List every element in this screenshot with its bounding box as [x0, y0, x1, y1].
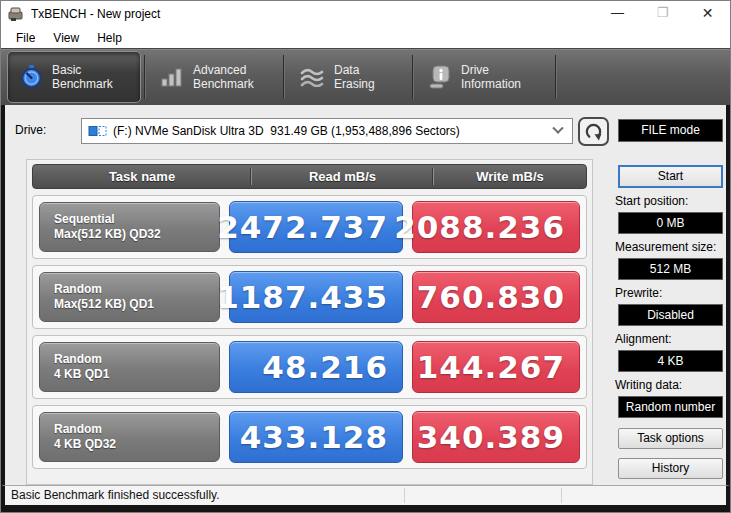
read-value: 48.216 — [229, 341, 403, 393]
drive-select[interactable]: (F:) NVMe SanDisk Ultra 3D 931.49 GB (1,… — [81, 118, 573, 144]
header-write: Write mB/s — [434, 169, 586, 184]
erase-squiggle-icon — [299, 67, 325, 87]
tab-label: Advanced Benchmark — [193, 63, 254, 91]
drive-partition-icon — [88, 125, 107, 138]
task-button[interactable]: Random 4 KB QD1 — [39, 342, 220, 392]
toolbar: Basic Benchmark Advanced Benchmark — [1, 48, 730, 105]
drive-label: Drive: — [15, 123, 46, 137]
prewrite-label: Prewrite: — [615, 286, 662, 300]
task-name-line1: Random — [54, 352, 219, 367]
menu-bar: File View Help — [1, 27, 730, 48]
table-header: Task name Read mB/s Write mB/s — [32, 164, 587, 189]
task-name-line1: Sequential — [54, 212, 219, 227]
prewrite-value[interactable]: Disabled — [618, 304, 723, 326]
task-name-line2: Max(512 KB) QD1 — [54, 297, 219, 312]
menu-file[interactable]: File — [7, 29, 44, 47]
close-button[interactable]: ✕ — [685, 1, 730, 27]
tab-advanced-benchmark[interactable]: Advanced Benchmark — [148, 51, 280, 103]
refresh-icon — [584, 122, 603, 141]
tab-label: Drive Information — [461, 63, 521, 91]
window-title: TxBENCH - New project — [31, 7, 595, 21]
task-button[interactable]: Sequential Max(512 KB) QD32 — [39, 202, 220, 252]
table-row: Sequential Max(512 KB) QD32 2472.737 208… — [32, 195, 587, 259]
read-value: 2472.737 — [229, 201, 403, 253]
write-value: 340.389 — [412, 411, 580, 463]
title-bar: TxBENCH - New project — ❐ ✕ — [1, 1, 730, 27]
start-button[interactable]: Start — [618, 165, 723, 188]
table-row: Random 4 KB QD1 48.216 144.267 — [32, 335, 587, 399]
file-mode-toggle[interactable]: FILE mode — [618, 119, 723, 142]
status-bar: Basic Benchmark finished successfully. — [1, 485, 730, 505]
chevron-down-icon — [552, 123, 563, 134]
alignment-label: Alignment: — [615, 332, 672, 346]
tab-data-erasing[interactable]: Data Erasing — [287, 51, 409, 103]
stopwatch-icon — [20, 65, 43, 89]
read-value: 1187.435 — [229, 271, 403, 323]
writing-data-label: Writing data: — [615, 378, 682, 392]
task-name-line2: Max(512 KB) QD32 — [54, 227, 219, 242]
task-options-button[interactable]: Task options — [618, 428, 723, 449]
app-window: TxBENCH - New project — ❐ ✕ File View He… — [0, 0, 731, 513]
app-icon — [8, 7, 25, 22]
task-name-line2: 4 KB QD32 — [54, 437, 219, 452]
alignment-value[interactable]: 4 KB — [618, 350, 723, 372]
drive-info-icon — [428, 65, 452, 89]
write-value: 760.830 — [412, 271, 580, 323]
tab-label: Basic Benchmark — [52, 63, 113, 91]
statusbar-separator — [561, 488, 562, 503]
tab-basic-benchmark[interactable]: Basic Benchmark — [7, 51, 141, 103]
menu-help[interactable]: Help — [88, 29, 131, 47]
statusbar-separator — [404, 488, 405, 503]
history-button[interactable]: History — [618, 458, 723, 479]
main-content: Drive: (F:) NVMe SanDisk Ultra 3D 931.49… — [1, 105, 730, 485]
task-name-line1: Random — [54, 422, 219, 437]
results-table: Task name Read mB/s Write mB/s Sequentia… — [26, 159, 593, 485]
menu-view[interactable]: View — [44, 29, 88, 47]
read-value: 433.128 — [229, 411, 403, 463]
table-row: Random 4 KB QD32 433.128 340.389 — [32, 405, 587, 469]
header-task-name: Task name — [33, 169, 251, 184]
task-name-line1: Random — [54, 282, 219, 297]
start-position-value[interactable]: 0 MB — [618, 212, 723, 234]
toolbar-separator — [283, 55, 284, 99]
task-name-line2: 4 KB QD1 — [54, 367, 219, 382]
start-position-label: Start position: — [615, 194, 688, 208]
bar-chart-icon — [160, 67, 184, 87]
write-value: 144.267 — [412, 341, 580, 393]
status-message: Basic Benchmark finished successfully. — [11, 488, 220, 502]
writing-data-value[interactable]: Random number — [618, 396, 723, 418]
write-value: 2088.236 — [412, 201, 580, 253]
toolbar-separator — [144, 55, 145, 99]
task-button[interactable]: Random Max(512 KB) QD1 — [39, 272, 220, 322]
refresh-drives-button[interactable] — [578, 117, 609, 146]
measurement-size-value[interactable]: 512 MB — [618, 258, 723, 280]
settings-sidebar: FILE mode Start Start position: 0 MB Mea… — [610, 105, 725, 485]
task-button[interactable]: Random 4 KB QD32 — [39, 412, 220, 462]
drive-selected-value: (F:) NVMe SanDisk Ultra 3D 931.49 GB (1,… — [113, 124, 554, 138]
window-frame-bottom — [1, 505, 730, 512]
minimize-button[interactable]: — — [595, 1, 640, 27]
header-read: Read mB/s — [252, 169, 433, 184]
measurement-size-label: Measurement size: — [615, 240, 716, 254]
tab-drive-information[interactable]: Drive Information — [416, 51, 552, 103]
maximize-button[interactable]: ❐ — [640, 1, 685, 27]
table-row: Random Max(512 KB) QD1 1187.435 760.830 — [32, 265, 587, 329]
tab-label: Data Erasing — [334, 63, 397, 91]
toolbar-separator — [555, 55, 556, 99]
toolbar-separator — [412, 55, 413, 99]
